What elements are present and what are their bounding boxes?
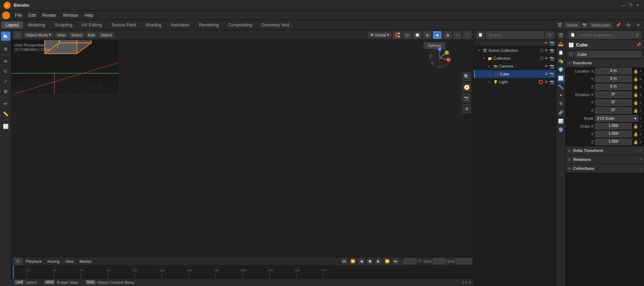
prev-keyframe-button[interactable]: ⏪ [349,258,356,265]
timeline-ruler[interactable]: 20 40 60 80 100 120 140 1 [11,266,474,278]
jump-end-button[interactable]: ⏭ [392,258,399,265]
select-menu[interactable]: Select [69,32,84,38]
object-mode-selector[interactable]: Object Mode ▾ [24,32,53,38]
minimize-button[interactable]: — [620,3,626,8]
delta-transform-menu-icon[interactable]: ≡ [639,149,641,152]
transform-tool-button[interactable]: ⊞ [1,87,10,96]
menu-window[interactable]: Window [60,12,81,19]
menu-render[interactable]: Render [39,12,59,19]
outliner-item-cube[interactable]: ▷ ⬛ Cube 👁 📷 [474,70,556,78]
cursor-tool-button[interactable]: ⊕ [1,44,10,53]
viewport-shading-material[interactable]: ◑ [443,31,452,39]
viewlayer-selector[interactable]: ViewLayer [589,22,613,28]
scale-z-lock-icon[interactable]: 🔒 [633,140,638,144]
relations-menu-icon[interactable]: ≡ [639,158,641,161]
location-y-input[interactable]: 0 m [595,76,632,82]
tab-modeling[interactable]: Modeling [24,21,50,29]
rotation-y-lock-icon[interactable]: 🔒 [633,100,638,105]
physics-properties-button[interactable]: ⚗ [557,100,565,108]
viewport-shading-solid[interactable]: ● [433,31,441,39]
rotation-x-input[interactable]: 0° [595,92,632,98]
fly-nav-button[interactable]: 🧭 [462,83,471,92]
collections-menu-icon[interactable]: ≡ [639,167,641,170]
object-properties-button[interactable]: ⬜ [557,74,565,82]
close-button[interactable]: ✕ [635,3,640,8]
axis-gizmo[interactable]: Y X Z [427,45,452,71]
scene-selector[interactable]: Scene [564,22,581,28]
collection-arrow[interactable]: ▾ [481,56,486,61]
menu-help[interactable]: Help [82,12,96,19]
camera-arrow[interactable]: ▷ [487,64,492,69]
scale-y-input[interactable]: 1.000 [595,131,632,137]
play-forward-button[interactable]: ▶ [375,258,382,265]
data-name-field[interactable]: Cube [576,51,641,58]
tab-sculpting[interactable]: Sculpting [50,21,77,29]
current-frame-input[interactable]: 1 [404,258,416,264]
camera-nav-button[interactable]: 📷 [462,94,471,102]
overlay-toggle[interactable]: 🔲 [413,31,421,39]
menu-edit[interactable]: Edit [25,12,39,19]
cube-cam-icon[interactable]: 📷 [550,72,555,77]
cube-arrow[interactable]: ▷ [488,72,493,77]
viewport-shading-wireframe[interactable]: ⬚ [463,31,472,39]
outliner-search-input[interactable] [486,31,544,39]
scene-cam-icon[interactable]: 📷 [550,48,555,53]
view-menu-tl[interactable]: View [63,258,76,264]
outliner-item-camera[interactable]: ▷ 📷 Camera 👁 📷 [474,62,556,70]
record-button[interactable]: ⏺ [366,258,374,265]
rotation-mode-dropdown[interactable]: XYZ Euler ▾ [595,115,638,122]
restore-button[interactable]: ❐ [628,3,633,8]
end-frame-input[interactable]: 250 [456,258,472,264]
tab-compositing[interactable]: Compositing [224,21,257,29]
keying-menu[interactable]: Keying [45,258,62,264]
move-tool-button[interactable]: ✛ [1,56,10,66]
tab-geometry-nodes[interactable]: Geometry Nod... [257,21,297,29]
measure-tool-button[interactable]: 📏 [1,109,10,118]
scale-tool-button[interactable]: ⤢ [1,77,10,86]
timeline-editor-type[interactable]: ⏱ [14,257,22,265]
outliner-item-light[interactable]: ▷ 💡 Light ⭕ 👁 📷 [474,78,556,86]
next-keyframe-button[interactable]: ⏩ [384,258,391,265]
props-editor-type[interactable]: 📋 [569,31,577,39]
modifier-properties-button[interactable]: 🔧 [557,83,565,91]
editor-type-button[interactable]: ⬚ [14,31,22,39]
cube-eye-icon[interactable]: 👁 [545,72,548,76]
proportional-edit-toggle[interactable]: ◎ [403,31,411,39]
view-layer-properties-button[interactable]: 📋 [557,49,565,56]
close-scene-button[interactable]: ✕ [634,21,643,29]
playback-menu[interactable]: Playback [24,258,44,264]
location-z-input[interactable]: 0 m [595,84,632,90]
delta-transform-header[interactable]: ▷ Delta Transform ≡ [566,146,644,155]
render-properties-button[interactable]: 🎬 [557,31,565,39]
scene-eye-icon[interactable]: 👁 [545,48,548,53]
props-filter-button[interactable]: ▽ [633,31,641,39]
collections-header[interactable]: ▷ Collections ≡ [566,164,644,173]
outliner-item-collection[interactable]: ▾ 📁 Collection ☑ 👁 📷 [474,54,556,62]
select-tool-button[interactable] [1,31,10,41]
tab-rendering[interactable]: Rendering [195,21,223,29]
view-menu[interactable]: View [55,32,68,38]
light-eye-icon[interactable]: 👁 [545,80,548,84]
rotation-z-input[interactable]: 0° [595,107,632,114]
add-menu[interactable]: Add [86,32,97,38]
rotation-x-lock-icon[interactable]: 🔒 [633,93,638,97]
start-frame-input[interactable]: 1 [433,258,446,264]
zoom-in-button[interactable]: 🔍 [462,72,471,81]
material-properties-button[interactable]: 🔮 [557,126,565,134]
viewport-shading-rendered[interactable]: ○ [453,31,462,39]
scale-z-input[interactable]: 1.000 [595,139,632,145]
location-x-lock-icon[interactable]: 🔒 [633,69,638,74]
viewport-canvas[interactable]: Options User Perspective (1) Collection … [11,40,474,257]
tab-texture-paint[interactable]: Texture Paint [107,21,141,29]
scene-vis-checkbox[interactable]: ☑ [540,48,543,53]
jump-start-button[interactable]: ⏮ [341,258,348,265]
output-properties-button[interactable]: 📤 [557,40,565,48]
object-menu[interactable]: Object [98,32,114,38]
outliner-filter-button[interactable]: ▽ [545,31,554,39]
camera-cam-icon[interactable]: 📷 [550,64,555,69]
relations-header[interactable]: ▷ Relations ≡ [566,155,644,164]
props-search-icon[interactable] [577,31,633,39]
transform-selector[interactable]: ⊕ Global ▾ [368,32,391,38]
outliner-editor-type[interactable]: 📋 [476,31,485,39]
add-cube-tool-button[interactable]: ⬜ [1,122,10,131]
